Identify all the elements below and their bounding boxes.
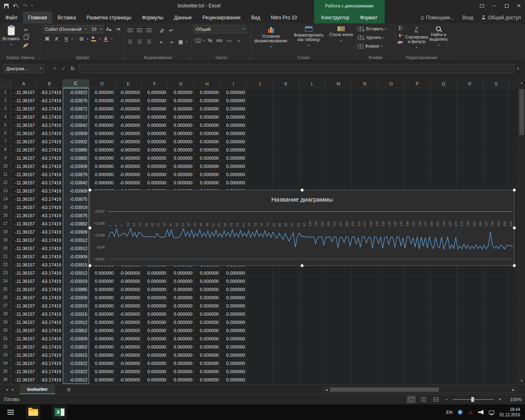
accounting-format-button[interactable] bbox=[194, 37, 202, 45]
row-number[interactable]: 2 bbox=[0, 96, 11, 105]
cell[interactable] bbox=[247, 105, 273, 113]
cell[interactable]: 0.000000 bbox=[194, 88, 220, 96]
clipboard-dialog-launcher[interactable]: ⌟ bbox=[39, 56, 40, 60]
cell[interactable] bbox=[247, 310, 273, 318]
cell[interactable] bbox=[273, 129, 299, 138]
cell[interactable]: -11.36157 bbox=[11, 318, 37, 326]
insert-function-button[interactable]: fx bbox=[68, 64, 77, 73]
cell[interactable] bbox=[273, 146, 299, 154]
cell[interactable] bbox=[457, 162, 483, 170]
cell[interactable] bbox=[326, 269, 352, 277]
cell[interactable] bbox=[326, 359, 352, 367]
cell[interactable] bbox=[378, 269, 404, 277]
cell[interactable] bbox=[299, 138, 326, 146]
cell[interactable] bbox=[431, 269, 457, 277]
customize-qat-icon[interactable]: ▾ bbox=[31, 4, 33, 7]
cell[interactable]: 0.000000 bbox=[220, 105, 247, 113]
row-number[interactable]: 11 bbox=[0, 170, 11, 179]
cell[interactable]: -0.000000 bbox=[115, 277, 142, 285]
ribbon-tab-home[interactable]: Главная bbox=[23, 11, 53, 23]
row-number[interactable]: 18 bbox=[0, 228, 11, 236]
cell[interactable] bbox=[431, 146, 457, 154]
shrink-font-button[interactable]: А▾ bbox=[114, 25, 122, 33]
cell[interactable] bbox=[431, 343, 457, 351]
assistant-button[interactable]: Помощник... bbox=[421, 15, 454, 21]
cell[interactable] bbox=[273, 285, 299, 294]
cell[interactable]: 0.000000 bbox=[168, 359, 194, 367]
cell[interactable]: 0.000000 bbox=[220, 269, 247, 277]
align-right-button[interactable] bbox=[145, 38, 153, 46]
cell[interactable] bbox=[404, 285, 431, 294]
cell[interactable] bbox=[457, 170, 483, 179]
wrap-text-button[interactable]: ↩ bbox=[167, 26, 175, 34]
alignment-dialog-launcher[interactable]: ⌟ bbox=[189, 56, 191, 60]
cell[interactable]: 0.000000 bbox=[168, 269, 194, 277]
confirm-entry-button[interactable]: ✓ bbox=[59, 64, 68, 73]
column-header-R[interactable]: R bbox=[457, 79, 483, 88]
cell[interactable] bbox=[352, 351, 378, 359]
cell[interactable]: -0.000000 bbox=[115, 129, 142, 138]
cell[interactable] bbox=[404, 269, 431, 277]
copy-button[interactable] bbox=[22, 34, 30, 41]
cell[interactable]: 0.000000 bbox=[89, 359, 115, 367]
cell[interactable]: -11.36157 bbox=[11, 211, 37, 220]
cell[interactable]: -63.17419 bbox=[37, 252, 63, 261]
italic-button[interactable]: К bbox=[53, 35, 61, 43]
cell[interactable]: 0.000000 bbox=[89, 146, 115, 154]
cell[interactable]: -0.03875 bbox=[63, 96, 89, 105]
cell[interactable] bbox=[326, 170, 352, 179]
cell[interactable]: -63.17419 bbox=[37, 96, 63, 105]
cell[interactable] bbox=[431, 351, 457, 359]
cell[interactable] bbox=[483, 310, 509, 318]
cell[interactable] bbox=[378, 146, 404, 154]
cell[interactable]: -11.36157 bbox=[11, 187, 37, 195]
cell[interactable]: 0.000000 bbox=[89, 269, 115, 277]
cell[interactable] bbox=[404, 96, 431, 105]
cell[interactable]: 0.000000 bbox=[168, 88, 194, 96]
cell[interactable] bbox=[378, 162, 404, 170]
cancel-entry-button[interactable]: × bbox=[50, 64, 59, 73]
cell[interactable] bbox=[378, 318, 404, 326]
cell[interactable] bbox=[299, 343, 326, 351]
cell[interactable]: -0.000000 bbox=[115, 121, 142, 129]
cell[interactable]: 0.000000 bbox=[89, 285, 115, 294]
cell[interactable] bbox=[352, 96, 378, 105]
cell[interactable] bbox=[404, 113, 431, 121]
cell[interactable]: -0.03909 bbox=[63, 162, 89, 170]
cell[interactable]: 0.000000 bbox=[194, 294, 220, 302]
cell[interactable] bbox=[352, 105, 378, 113]
cell[interactable]: -11.36157 bbox=[11, 203, 37, 211]
cell[interactable]: -0.000000 bbox=[115, 367, 142, 376]
cell[interactable]: 0.000000 bbox=[220, 129, 247, 138]
cell[interactable] bbox=[431, 294, 457, 302]
cell[interactable]: -11.36157 bbox=[11, 220, 37, 228]
cell[interactable] bbox=[509, 318, 518, 326]
cell[interactable]: -0.000000 bbox=[115, 96, 142, 105]
cell[interactable] bbox=[273, 376, 299, 384]
row-number[interactable]: 25 bbox=[0, 285, 11, 294]
cell[interactable] bbox=[404, 294, 431, 302]
cell[interactable]: 0.000000 bbox=[194, 121, 220, 129]
cell[interactable] bbox=[404, 170, 431, 179]
row-number[interactable]: 21 bbox=[0, 252, 11, 261]
horizontal-scroll-thumb[interactable] bbox=[330, 388, 439, 392]
cell[interactable] bbox=[378, 343, 404, 351]
column-header-Q[interactable]: Q bbox=[431, 79, 457, 88]
cell[interactable]: -11.36157 bbox=[11, 138, 37, 146]
cell[interactable]: -11.36157 bbox=[11, 310, 37, 318]
cell[interactable]: 0.000000 bbox=[220, 318, 247, 326]
file-explorer-button[interactable] bbox=[26, 406, 40, 419]
cell[interactable]: -63.17419 bbox=[37, 326, 63, 335]
maximize-button[interactable] bbox=[500, 0, 513, 11]
merge-center-button[interactable]: ▦ bbox=[177, 38, 185, 46]
cell[interactable] bbox=[457, 310, 483, 318]
cell[interactable]: -11.36157 bbox=[11, 236, 37, 244]
cell[interactable] bbox=[483, 376, 509, 384]
cell[interactable]: 0.000000 bbox=[220, 367, 247, 376]
cell[interactable]: -63.17419 bbox=[37, 351, 63, 359]
cell[interactable] bbox=[378, 179, 404, 187]
cell[interactable] bbox=[509, 154, 518, 162]
cell[interactable]: -0.03872 bbox=[63, 105, 89, 113]
cell[interactable] bbox=[378, 170, 404, 179]
align-top-button[interactable] bbox=[126, 26, 134, 34]
